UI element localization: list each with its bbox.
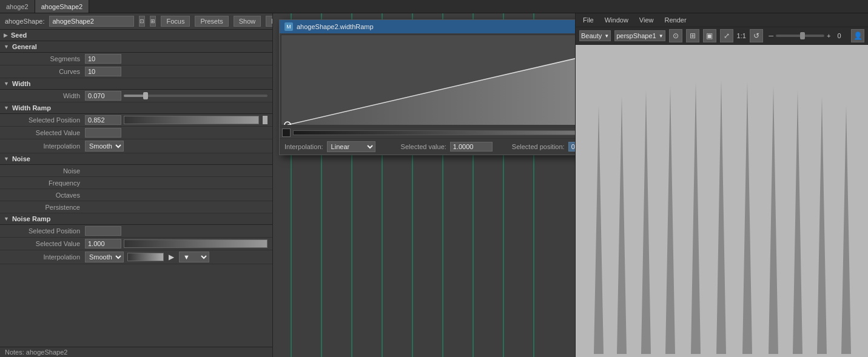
render-menubar: File Window View Render — [576, 13, 868, 27]
width-ramp-val-field[interactable] — [85, 128, 121, 138]
render-menu[interactable]: Render — [661, 15, 690, 25]
width-ramp-interp-select[interactable]: Smooth Linear Spline — [85, 141, 124, 152]
ramp-color-swatch-dark[interactable] — [282, 128, 291, 137]
dialog-title-text: ahogeShape2.widthRamp — [297, 23, 575, 30]
tab-ahoge2[interactable]: ahoge2 — [0, 0, 35, 13]
center-graph-area: M ahogeShape2.widthRamp ─ □ ✕ — [273, 13, 575, 357]
section-seed[interactable]: ▶ Seed — [0, 30, 272, 41]
noise-ramp-val-row: Selected Value — [0, 238, 272, 250]
selected-position-label: Selected position: — [512, 143, 565, 150]
expand-icon[interactable]: ⤢ — [720, 29, 733, 42]
curves-field[interactable] — [85, 67, 121, 76]
section-noise-ramp[interactable]: ▼ Noise Ramp — [0, 213, 272, 225]
interpolation-label: Interpolation: — [284, 143, 323, 150]
segments-row: Segments — [0, 53, 272, 65]
seed-arrow-icon: ▶ — [4, 32, 8, 38]
general-arrow-icon: ▼ — [4, 44, 9, 50]
svg-marker-10 — [288, 41, 575, 125]
persp-dropdown[interactable]: perspShape1 ▼ — [614, 30, 665, 41]
noise-ramp-interp-select[interactable]: Smooth Linear — [85, 252, 124, 262]
dialog-icon: M — [284, 22, 293, 31]
noise-ramp-val-field[interactable] — [85, 239, 121, 249]
focus-frame-icon[interactable]: ⊡ — [139, 16, 145, 27]
width-ramp-selected-pos-row: Selected Position — [0, 114, 272, 127]
frame-icon[interactable]: ▣ — [703, 29, 716, 42]
render-viewport — [576, 45, 868, 357]
viewport-svg — [576, 45, 868, 357]
persp-dropdown-arrow: ▼ — [659, 33, 664, 39]
dialog-title-bar: M ahogeShape2.widthRamp ─ □ ✕ — [280, 20, 575, 33]
ramp-svg — [281, 35, 575, 125]
window-menu[interactable]: Window — [601, 15, 632, 25]
minus-icon[interactable]: ─ — [769, 32, 773, 39]
selected-position-field[interactable] — [568, 142, 575, 152]
notes-label: Notes: — [5, 349, 26, 356]
shape-label: ahogeShape: — [5, 18, 44, 25]
curves-row: Curves — [0, 65, 272, 78]
file-menu[interactable]: File — [579, 15, 597, 25]
noise-ramp-interp-row: Interpolation Smooth Linear ▶ ▼ — [0, 250, 272, 264]
noise-ramp-interp-select2[interactable]: ▼ — [179, 252, 209, 262]
render-slider[interactable] — [776, 35, 824, 37]
presets-button[interactable]: Presets — [195, 16, 228, 27]
width-ramp-arrow-icon: ▼ — [4, 105, 9, 111]
width-field[interactable] — [85, 91, 121, 101]
width-ramp-pos-field[interactable] — [85, 115, 121, 125]
properties-panel[interactable]: ▶ Seed ▼ General Segments Curves — [0, 30, 272, 347]
noise-ramp-preview — [127, 253, 164, 261]
beauty-dropdown[interactable]: Beauty ▼ — [579, 30, 611, 41]
frequency-row: Frequency — [0, 177, 272, 189]
left-top-bar: ahogeShape: ⊡ ⊞ Focus Presets Show Hide — [0, 13, 272, 30]
grid-icon[interactable]: ⊞ — [686, 29, 699, 42]
main-layout: ahogeShape: ⊡ ⊞ Focus Presets Show Hide … — [0, 13, 868, 357]
notes-bar: Notes: ahogeShape2 — [0, 347, 272, 357]
ramp-bottom-gradient — [293, 130, 575, 135]
hide-button[interactable]: Hide — [266, 16, 273, 27]
noise-ramp-gradient — [124, 239, 267, 248]
width-ramp-gradient — [124, 116, 259, 124]
section-width[interactable]: ▼ Width — [0, 78, 272, 90]
noise-ramp-pos-row: Selected Position — [0, 225, 272, 238]
width-row: Width — [0, 90, 272, 102]
width-slider-track[interactable] — [124, 95, 267, 97]
width-ramp-marker — [263, 116, 267, 124]
tab-ahogeShape2[interactable]: ahogeShape2 — [35, 0, 90, 13]
width-ramp-interp-row: Interpolation Smooth Linear Spline — [0, 139, 272, 153]
section-width-ramp[interactable]: ▼ Width Ramp — [0, 102, 272, 114]
noise-row: Noise — [0, 165, 272, 177]
interpolation-select[interactable]: Linear Smooth Spline Step — [327, 141, 375, 152]
noise-ramp-arrow-btn[interactable]: ▶ — [166, 253, 177, 261]
segments-field[interactable] — [85, 54, 121, 64]
refresh-icon[interactable]: ↺ — [750, 29, 763, 42]
tab-bar: ahoge2 ahogeShape2 — [0, 0, 868, 13]
section-general[interactable]: ▼ General — [0, 41, 272, 53]
user-icon[interactable]: 👤 — [851, 29, 864, 42]
ratio-text: 1:1 — [737, 32, 746, 39]
value-0: 0 — [833, 32, 846, 39]
ramp-bottom-bar: ✕ — [280, 127, 575, 138]
width-ramp-selected-val-row: Selected Value — [0, 127, 272, 139]
ramp-controls: Interpolation: Linear Smooth Spline Step… — [280, 138, 575, 155]
shape-name-field[interactable] — [49, 16, 134, 27]
selected-value-label: Selected value: — [401, 143, 446, 150]
noise-ramp-pos-field[interactable] — [85, 226, 121, 236]
notes-value: ahogeShape2 — [26, 349, 68, 356]
selected-value-field[interactable] — [450, 142, 493, 152]
noise-ramp-arrow-icon: ▼ — [4, 216, 9, 222]
show-button[interactable]: Show — [234, 16, 261, 27]
beauty-dropdown-arrow: ▼ — [604, 33, 609, 39]
noise-arrow-icon: ▼ — [4, 156, 9, 162]
ramp-editor-canvas[interactable] — [281, 35, 575, 125]
plus-icon[interactable]: + — [827, 32, 830, 39]
camera-icon[interactable]: ⊙ — [669, 29, 682, 42]
render-toolbar: Beauty ▼ perspShape1 ▼ ⊙ ⊞ ▣ ⤢ 1:1 ↺ ─ +… — [576, 27, 868, 45]
focus-zoom-icon[interactable]: ⊞ — [150, 16, 156, 27]
width-arrow-icon: ▼ — [4, 81, 9, 87]
focus-button[interactable]: Focus — [161, 16, 190, 27]
left-panel: ahogeShape: ⊡ ⊞ Focus Presets Show Hide … — [0, 13, 273, 357]
view-menu[interactable]: View — [636, 15, 658, 25]
persistence-row: Persistence — [0, 201, 272, 213]
ramp-dialog: M ahogeShape2.widthRamp ─ □ ✕ — [279, 19, 575, 155]
right-panel: File Window View Render Beauty ▼ perspSh… — [575, 13, 868, 357]
section-noise[interactable]: ▼ Noise — [0, 153, 272, 165]
